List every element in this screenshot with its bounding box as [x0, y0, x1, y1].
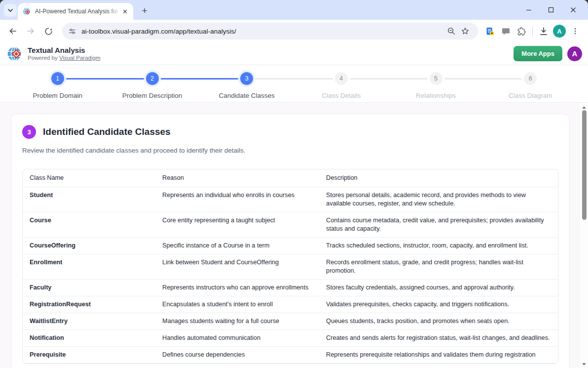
comment-extension-button[interactable]	[498, 23, 514, 39]
chevron-down-icon	[7, 7, 13, 13]
reload-icon	[44, 27, 53, 36]
column-header-reason: Reason	[155, 169, 319, 187]
table-row: WaitlistEntryManages students waiting fo…	[23, 313, 558, 330]
table-row: CourseCore entity representing a taught …	[23, 212, 558, 238]
maximize-button[interactable]	[540, 0, 562, 20]
reason-cell: Represents an individual who enrolls in …	[155, 187, 319, 212]
column-header-description: Description	[319, 169, 558, 187]
step-candidate-classes[interactable]: 3Candidate Classes	[199, 72, 294, 102]
step-relationships[interactable]: 5Relationships	[389, 72, 483, 102]
close-icon	[570, 7, 576, 13]
reason-cell: Link between Student and CourseOffering	[155, 254, 319, 280]
tab-close-icon[interactable]: ✕	[121, 7, 129, 16]
window-controls	[517, 0, 584, 20]
back-button[interactable]	[5, 23, 21, 39]
description-cell: Stores personal details, academic record…	[319, 187, 558, 212]
class-name-cell: Course	[23, 212, 155, 238]
step-problem-domain[interactable]: 1Problem Domain	[10, 72, 105, 102]
class-name-cell: Prerequisite	[23, 347, 155, 364]
downloads-button[interactable]	[536, 23, 551, 39]
section-subtitle: Review the identified candidate classes …	[22, 147, 558, 154]
minimize-icon	[526, 7, 532, 13]
reason-cell: Represents instructors who can approve e…	[155, 280, 319, 296]
table-row: NotificationHandles automated communicat…	[23, 330, 558, 347]
scrollbar-thumb[interactable]	[582, 110, 587, 220]
section-number-badge: 3	[22, 125, 36, 139]
tab-search-button[interactable]	[4, 4, 17, 17]
class-name-cell: RegistrationRequest	[23, 296, 155, 313]
comment-icon	[501, 27, 511, 36]
step-label: Candidate Classes	[199, 92, 294, 99]
wizard-stepper: 1Problem Domain2Problem Description3Cand…	[0, 65, 588, 103]
table-header-row: Class Name Reason Description	[23, 169, 558, 187]
extensions-button[interactable]	[514, 23, 529, 39]
description-cell: Contains course metadata, credit value, …	[319, 212, 558, 238]
description-cell: Queues students, tracks position, and pr…	[319, 313, 558, 330]
visual-paradigm-logo-icon	[6, 45, 24, 63]
step-class-details[interactable]: 4Class Details	[294, 72, 389, 102]
reading-mode-extension-button[interactable]	[482, 23, 498, 39]
page-content: 3 Identified Candidate Classes Review th…	[0, 103, 588, 368]
step-label: Class Diagram	[483, 92, 578, 99]
maximize-icon	[548, 7, 554, 13]
scrollbar-up-arrow[interactable]	[580, 104, 588, 111]
bookmark-button[interactable]	[458, 24, 472, 38]
zoom-button[interactable]	[444, 24, 458, 38]
class-name-cell: WaitlistEntry	[23, 313, 155, 330]
column-header-class-name: Class Name	[23, 169, 155, 187]
description-cell: Tracks scheduled sections, instructor, r…	[319, 238, 558, 254]
section-title: Identified Candidate Classes	[43, 126, 171, 137]
description-cell: Records enrollment status, grade, and cr…	[319, 254, 558, 280]
header-right: More Apps A	[514, 46, 582, 61]
zoom-magnifier-icon	[447, 27, 456, 36]
kebab-menu-icon	[571, 27, 579, 35]
user-avatar[interactable]: A	[567, 46, 582, 61]
browser-tab[interactable]: AI-Powered Textual Analysis for ✕	[18, 3, 133, 20]
reading-mode-icon	[485, 26, 495, 37]
forward-button[interactable]	[23, 23, 38, 39]
table-row: StudentRepresents an individual who enro…	[23, 187, 558, 212]
table-row: RegistrationRequestEncapsulates a studen…	[23, 296, 558, 313]
extensions-area: A	[482, 23, 583, 39]
step-number-badge: 2	[146, 72, 159, 85]
step-class-diagram[interactable]: 6Class Diagram	[483, 72, 578, 102]
step-label: Problem Domain	[10, 92, 105, 99]
chrome-avatar: A	[553, 25, 566, 38]
scrollbar-down-arrow[interactable]	[580, 361, 588, 368]
table-row: EnrollmentLink between Student and Cours…	[23, 254, 558, 280]
more-apps-button[interactable]: More Apps	[514, 46, 562, 61]
address-bar[interactable]: ai-toolbox.visual-paradigm.com/app/textu…	[62, 23, 478, 40]
step-number-badge: 6	[524, 72, 537, 85]
powered-by-prefix: Powered by	[28, 55, 58, 61]
url-text[interactable]: ai-toolbox.visual-paradigm.com/app/textu…	[81, 28, 444, 35]
minimize-button[interactable]	[517, 0, 540, 20]
class-name-cell: Notification	[23, 330, 155, 347]
tab-title: AI-Powered Textual Analysis for	[35, 8, 121, 15]
chrome-profile-button[interactable]: A	[551, 23, 567, 39]
new-tab-button[interactable]: +	[138, 4, 151, 17]
chrome-menu-button[interactable]	[567, 23, 583, 39]
app-title: Textual Analysis	[28, 46, 100, 54]
candidate-classes-card: 3 Identified Candidate Classes Review th…	[11, 114, 570, 368]
close-button[interactable]	[562, 0, 584, 20]
table-row: FacultyRepresents instructors who can ap…	[23, 280, 558, 296]
step-label: Relationships	[389, 92, 483, 99]
section-header: 3 Identified Candidate Classes	[22, 125, 558, 139]
step-number-badge: 4	[335, 72, 348, 85]
reload-button[interactable]	[40, 23, 56, 39]
step-number-badge: 5	[430, 72, 442, 85]
description-cell: Creates and sends alerts for registratio…	[319, 330, 558, 347]
site-settings-icon[interactable]	[68, 27, 76, 36]
page-scrollbar[interactable]	[580, 103, 588, 368]
step-number-badge: 3	[240, 72, 253, 85]
puzzle-piece-icon	[517, 27, 526, 36]
candidate-classes-table: Class Name Reason Description StudentRep…	[22, 169, 558, 364]
step-number-badge: 1	[51, 72, 64, 85]
visual-paradigm-link[interactable]: Visual Paradigm	[59, 55, 101, 61]
description-cell: Represents prerequisite relationships an…	[319, 347, 558, 364]
titlebar: AI-Powered Textual Analysis for ✕ +	[0, 0, 588, 20]
reason-cell: Encapsulates a student's intent to enrol…	[155, 296, 319, 313]
reason-cell: Manages students waiting for a full cour…	[155, 313, 319, 330]
description-cell: Stores faculty credentials, assigned cou…	[319, 280, 558, 296]
step-problem-description[interactable]: 2Problem Description	[105, 72, 200, 102]
